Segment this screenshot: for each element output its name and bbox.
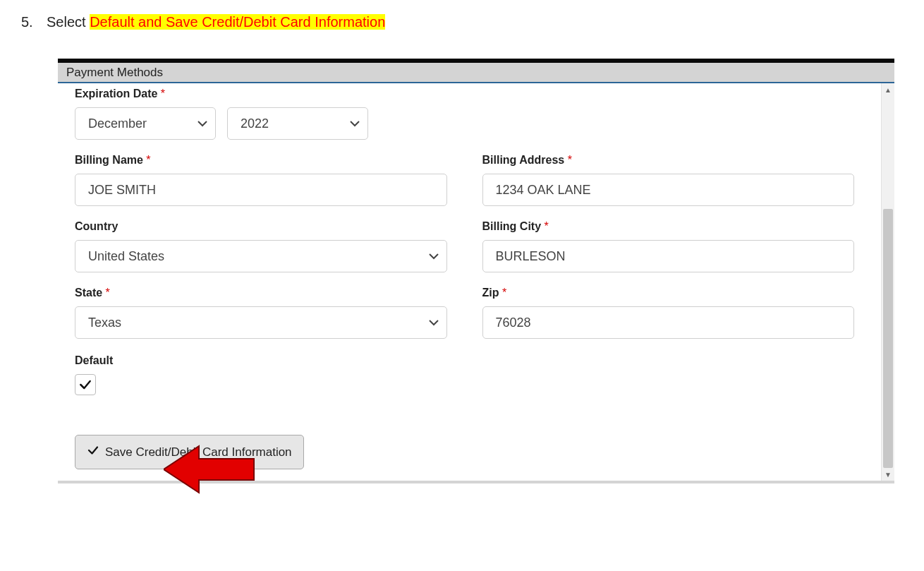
state-block: State * Texas: [75, 287, 447, 339]
payment-methods-panel: Payment Methods Expiration Date * Decemb…: [58, 59, 894, 483]
chevron-down-icon: [349, 118, 360, 129]
save-card-button[interactable]: Save Credit/Debit Card Information: [75, 435, 304, 469]
zip-input[interactable]: 76028: [482, 306, 855, 339]
check-icon: [87, 444, 99, 460]
chevron-down-icon: [428, 317, 439, 328]
chevron-down-icon: [428, 251, 439, 262]
step-prefix: Select: [47, 14, 90, 30]
exp-year-select[interactable]: 2022: [227, 107, 368, 140]
required-marker: *: [146, 154, 150, 166]
billing-name-input[interactable]: JOE SMITH: [75, 174, 447, 206]
section-title: Payment Methods: [58, 63, 894, 83]
expiration-selects: December 2022: [75, 107, 854, 140]
billing-name-label: Billing Name *: [75, 154, 447, 167]
chevron-down-icon: [197, 118, 208, 129]
default-checkbox[interactable]: [75, 374, 96, 395]
vertical-scrollbar[interactable]: ▲ ▼: [881, 83, 894, 481]
state-select[interactable]: Texas: [75, 306, 447, 339]
row-country-city: Country United States Billing City * BUR…: [75, 220, 854, 272]
default-label: Default: [75, 354, 854, 367]
country-block: Country United States: [75, 220, 447, 272]
required-marker: *: [161, 88, 165, 100]
required-marker: *: [545, 220, 549, 232]
billing-address-label: Billing Address *: [482, 154, 855, 167]
step-text: Select Default and Save Credit/Debit Car…: [47, 13, 385, 32]
row-name-address: Billing Name * JOE SMITH Billing Address…: [75, 154, 854, 206]
state-label: State *: [75, 287, 447, 299]
billing-name-block: Billing Name * JOE SMITH: [75, 154, 447, 206]
billing-city-block: Billing City * BURLESON: [482, 220, 855, 272]
scroll-thumb[interactable]: [883, 209, 893, 468]
row-state-zip: State * Texas Zip * 76028: [75, 287, 854, 339]
country-select[interactable]: United States: [75, 240, 447, 272]
required-marker: *: [502, 287, 506, 299]
billing-address-input[interactable]: 1234 OAK LANE: [482, 174, 855, 206]
step-number: 5.: [21, 13, 35, 32]
step-highlight: Default and Save Credit/Debit Card Infor…: [90, 14, 385, 30]
expiration-block: Expiration Date * December 2022: [75, 88, 854, 140]
required-marker: *: [106, 287, 110, 299]
billing-city-label: Billing City *: [482, 220, 855, 233]
scroll-area: Expiration Date * December 2022: [58, 83, 894, 483]
scroll-track: [882, 96, 894, 468]
default-block: Default: [75, 354, 854, 395]
required-marker: *: [568, 154, 572, 166]
exp-month-select[interactable]: December: [75, 107, 216, 140]
billing-city-input[interactable]: BURLESON: [482, 240, 855, 272]
scroll-up-icon: ▲: [882, 83, 894, 96]
expiration-label: Expiration Date *: [75, 88, 854, 100]
scroll-down-icon: ▼: [882, 468, 894, 481]
zip-label: Zip *: [482, 287, 855, 299]
country-label: Country: [75, 220, 447, 233]
instruction-step: 5. Select Default and Save Credit/Debit …: [21, 13, 903, 32]
billing-address-block: Billing Address * 1234 OAK LANE: [482, 154, 855, 206]
form-content: Expiration Date * December 2022: [58, 83, 881, 481]
zip-block: Zip * 76028: [482, 287, 855, 339]
